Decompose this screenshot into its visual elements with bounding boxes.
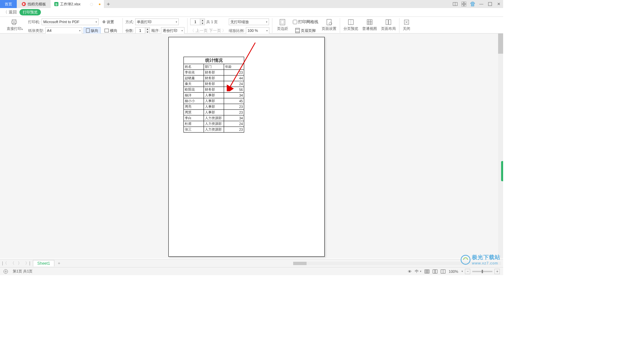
landscape-button[interactable]: 横向 — [102, 27, 120, 34]
copies-stepper[interactable]: ▲▼ — [135, 27, 150, 34]
view-break-icon[interactable] — [441, 269, 445, 273]
chevron-down-icon: ▾ — [266, 20, 267, 23]
page-setup-button[interactable]: 页面设置 — [320, 18, 338, 32]
gear-icon: ⚙ — [102, 20, 106, 24]
layout-toggle-icon[interactable] — [453, 2, 458, 6]
print-group: 直接打印 ▾ — [1, 18, 27, 32]
page-input[interactable] — [191, 20, 200, 24]
chevron-down-icon[interactable]: ▾ — [462, 270, 463, 273]
table-header: 姓名 — [184, 64, 204, 70]
vertical-scrollbar[interactable] — [498, 34, 503, 258]
tab-document[interactable]: S 工作簿2.xlsx ◌ ● — [51, 0, 104, 8]
paper-select[interactable]: A4▾ — [45, 27, 82, 34]
preview-area[interactable]: 统计情况 姓名 部门 年龄 李依依财务部23赵晓蔓财务部44秦天财务部24欧阳花… — [0, 34, 498, 258]
add-sheet-button[interactable]: ＋ — [57, 260, 61, 266]
table-row: 赵晓蔓财务部44 — [184, 76, 244, 81]
break-preview-button[interactable]: 分页预览 — [341, 18, 360, 32]
close-button[interactable]: 关闭 — [401, 18, 412, 32]
svg-rect-24 — [367, 20, 372, 25]
page-layout-label: 页面布局 — [381, 26, 396, 31]
copies-input[interactable] — [136, 29, 145, 33]
scale-select[interactable]: 无打印缩放▾ — [229, 18, 269, 25]
template-icon — [21, 2, 26, 6]
window-close-icon[interactable]: ✕ — [496, 2, 501, 6]
scrollbar-thumb[interactable] — [293, 262, 307, 265]
view-layout-icon[interactable] — [433, 269, 437, 273]
preview-badge: 打印预览 — [19, 9, 41, 15]
page-preview: 统计情况 姓名 部门 年龄 李依依财务部23赵晓蔓财务部44秦天财务部24欧阳花… — [168, 37, 325, 257]
window-maximize-icon[interactable] — [488, 2, 492, 6]
gridlines-label: 打印网格线 — [298, 19, 318, 25]
sheet-tab[interactable]: Sheet1 — [33, 260, 54, 266]
window-minimize-icon[interactable]: — — [479, 2, 484, 6]
zoom-in-button[interactable]: ＋ — [494, 269, 500, 274]
side-panel-handle[interactable] — [501, 161, 503, 181]
sheet-prev-icon[interactable]: 〈 — [10, 260, 14, 266]
page-layout-button[interactable]: 页面布局 — [379, 18, 398, 32]
spin-up-icon[interactable]: ▲ — [200, 19, 205, 22]
header-footer-button[interactable]: 页眉页脚 — [293, 27, 318, 34]
view-normal-icon[interactable] — [425, 269, 429, 273]
svg-rect-13 — [86, 29, 90, 33]
eye-icon[interactable]: 👁 — [408, 269, 412, 273]
gridlines-checkbox-input[interactable] — [293, 20, 297, 24]
gridlines-checkbox[interactable]: 打印网格线 — [293, 19, 318, 25]
page-status: 第1页 共1页 — [13, 269, 33, 274]
svg-rect-10 — [12, 20, 16, 21]
portrait-icon — [86, 28, 90, 33]
ratio-select[interactable]: 100 %▾ — [246, 27, 269, 34]
zoom-control: 100% ▾ － ＋ — [449, 269, 500, 274]
grid-toggle-icon[interactable] — [462, 2, 466, 6]
zoom-out-button[interactable]: － — [465, 269, 470, 274]
prev-page-button[interactable]: 〈 上一页 — [190, 28, 207, 34]
sheet-first-icon[interactable]: |〈 — [2, 260, 7, 266]
spin-down-icon[interactable]: ▼ — [200, 22, 205, 25]
page-setup-icon — [326, 19, 332, 26]
copies-label: 份数: — [125, 28, 134, 33]
tab-modified-icon: ● — [97, 2, 102, 6]
horizontal-scrollbar[interactable] — [293, 262, 501, 265]
zoom-slider[interactable] — [472, 271, 492, 272]
back-button[interactable]: 〈 返回 — [3, 9, 17, 15]
svg-rect-16 — [281, 20, 284, 24]
table-row: 李白人力资源部34 — [184, 115, 244, 121]
method-label: 方式: — [125, 19, 134, 24]
sheet-last-icon[interactable]: 〉| — [25, 260, 30, 266]
printer-icon — [11, 19, 17, 26]
svg-rect-37 — [425, 269, 429, 273]
ime-button[interactable]: 中 ▾ — [415, 269, 421, 274]
break-preview-label: 分页预览 — [343, 26, 358, 31]
svg-rect-43 — [435, 269, 437, 273]
new-tab-button[interactable]: ＋ — [104, 1, 112, 8]
svg-rect-14 — [105, 29, 109, 32]
spin-down-icon[interactable]: ▼ — [145, 31, 150, 34]
margin-button[interactable]: 页边距 — [275, 18, 290, 32]
svg-text:S: S — [55, 2, 58, 6]
method-select[interactable]: 单面打印▾ — [135, 18, 179, 25]
table-row: 杨洋人事部34 — [184, 93, 244, 98]
settings-button[interactable]: ⚙设置 — [100, 18, 116, 26]
tab-templates[interactable]: 找稻壳模板 — [17, 0, 51, 8]
printer-select[interactable]: Microsoft Print to PDF▾ — [42, 18, 99, 25]
order-select[interactable]: 逐份打印▾ — [161, 27, 184, 34]
skin-icon[interactable] — [470, 2, 475, 6]
printer-label: 打印机: — [28, 19, 40, 24]
normal-view-button[interactable]: 普通视图 — [360, 18, 379, 32]
sheet-next-icon[interactable]: 〉 — [18, 260, 22, 266]
landscape-icon — [104, 29, 109, 33]
next-page-button[interactable]: 下一页 〉 — [209, 28, 226, 34]
paper-value: A4 — [47, 29, 51, 33]
svg-rect-5 — [462, 2, 464, 4]
portrait-button[interactable]: 纵向 — [84, 27, 101, 34]
svg-rect-15 — [280, 19, 285, 25]
svg-rect-29 — [386, 20, 388, 25]
spin-up-icon[interactable]: ▲ — [145, 28, 150, 31]
scrollbar-thumb[interactable] — [498, 34, 503, 54]
page-stepper[interactable]: ▲▼ — [190, 18, 205, 25]
help-icon[interactable] — [3, 269, 8, 274]
svg-rect-7 — [462, 4, 464, 6]
direct-print-button[interactable]: 直接打印 ▾ — [3, 18, 25, 32]
zoom-value: 100% — [449, 269, 458, 273]
sheet-nav: |〈 〈 〉 〉| — [2, 260, 30, 266]
tab-home[interactable]: 首页 — [0, 0, 17, 8]
